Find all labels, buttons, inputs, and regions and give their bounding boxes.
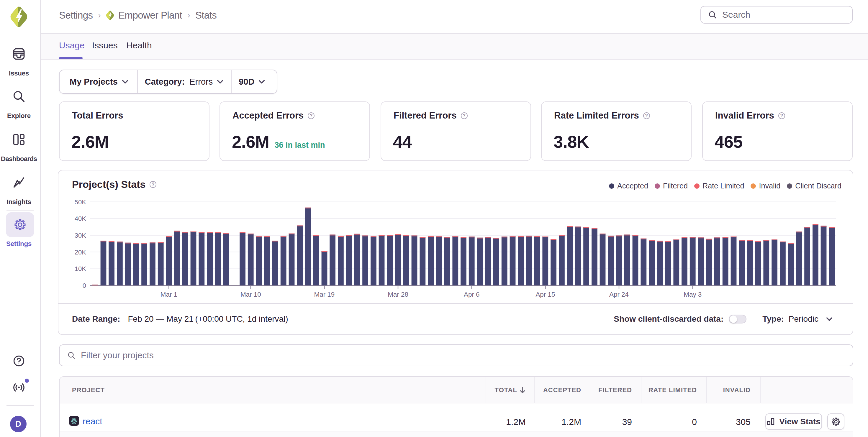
svg-text:Mar 19: Mar 19 [314, 291, 335, 298]
svg-text:Mar 28: Mar 28 [388, 291, 408, 298]
svg-text:50K: 50K [75, 198, 86, 206]
svg-text:0: 0 [83, 282, 86, 289]
svg-text:Mar 10: Mar 10 [241, 291, 261, 298]
svg-text:Mar 1: Mar 1 [160, 291, 177, 298]
svg-text:10K: 10K [75, 265, 86, 272]
svg-text:Apr 15: Apr 15 [535, 291, 555, 298]
svg-text:Apr 24: Apr 24 [609, 291, 629, 298]
svg-text:40K: 40K [75, 215, 86, 222]
svg-text:May 3: May 3 [684, 291, 702, 298]
svg-text:20K: 20K [75, 248, 86, 256]
svg-text:30K: 30K [75, 232, 86, 239]
svg-text:Apr 6: Apr 6 [464, 291, 480, 298]
